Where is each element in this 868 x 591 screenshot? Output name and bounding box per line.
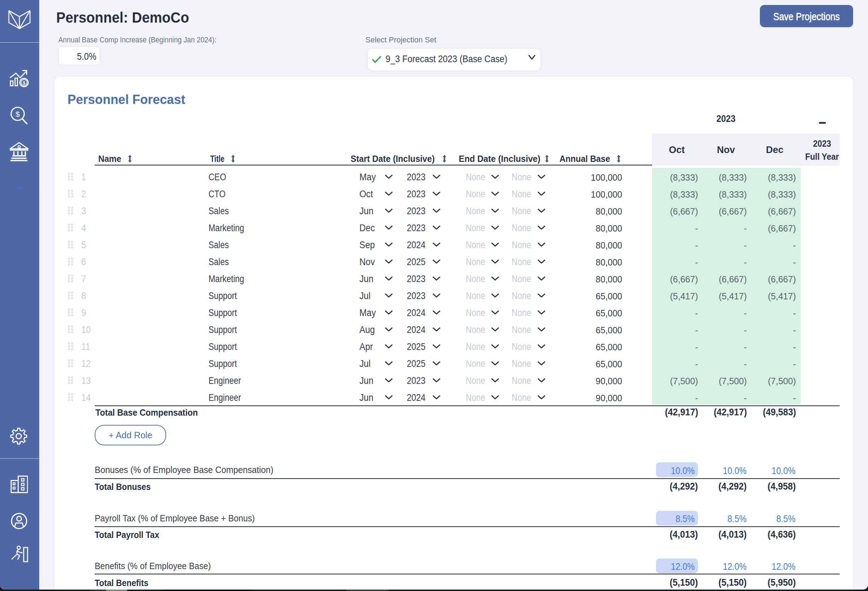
svg-text:$: $ — [16, 110, 20, 118]
svg-text:$: $ — [23, 80, 25, 86]
